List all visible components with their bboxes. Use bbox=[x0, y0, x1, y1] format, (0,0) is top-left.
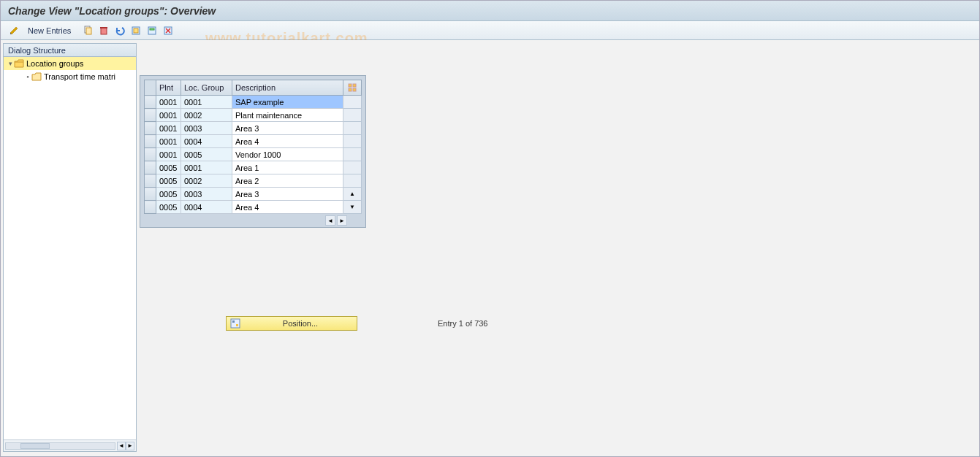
toggle-edit-icon[interactable] bbox=[7, 23, 21, 38]
table-settings-icon[interactable] bbox=[346, 82, 358, 93]
dialog-structure-panel: Dialog Structure ▾ Location groups ● Tra… bbox=[3, 43, 137, 452]
row-selector[interactable] bbox=[145, 109, 156, 122]
cell-plnt[interactable]: 0001 bbox=[156, 96, 181, 109]
scroll-gutter bbox=[343, 109, 362, 122]
scroll-up-icon[interactable]: ▲ bbox=[343, 188, 362, 201]
column-header-plnt[interactable]: Plnt bbox=[156, 80, 181, 96]
cell-description[interactable]: Vendor 1000 bbox=[232, 148, 343, 161]
row-selector[interactable] bbox=[145, 122, 156, 135]
cell-plnt[interactable]: 0001 bbox=[156, 135, 181, 148]
deselect-all-icon[interactable] bbox=[161, 23, 175, 38]
cell-locgroup[interactable]: 0002 bbox=[181, 174, 232, 188]
row-selector[interactable] bbox=[145, 188, 156, 201]
scroll-left-icon[interactable]: ◄ bbox=[117, 442, 126, 450]
cell-locgroup[interactable]: 0003 bbox=[181, 122, 232, 135]
table-row[interactable]: 0005 0003 Area 3 ▲ bbox=[145, 188, 362, 201]
cell-locgroup[interactable]: 0001 bbox=[181, 96, 232, 109]
tree: ▾ Location groups ● Transport time matri bbox=[4, 57, 136, 439]
table-row[interactable]: 0005 0001 Area 1 bbox=[145, 161, 362, 174]
cell-plnt[interactable]: 0005 bbox=[156, 161, 181, 174]
table-config-header[interactable] bbox=[343, 80, 362, 96]
undo-icon[interactable] bbox=[113, 23, 127, 38]
svg-rect-2 bbox=[101, 28, 107, 34]
svg-rect-17 bbox=[236, 324, 238, 326]
row-selector[interactable] bbox=[145, 174, 156, 188]
scroll-down-icon[interactable]: ▼ bbox=[343, 201, 362, 214]
row-selector[interactable] bbox=[145, 201, 156, 214]
tree-item-transport-time-matrix[interactable]: ● Transport time matri bbox=[4, 70, 136, 83]
position-label: Position... bbox=[244, 319, 357, 328]
table-row[interactable]: 0001 0001 SAP example bbox=[145, 96, 362, 109]
cell-locgroup[interactable]: 0004 bbox=[181, 135, 232, 148]
scroll-left-icon[interactable]: ◄ bbox=[325, 215, 335, 226]
cell-locgroup[interactable]: 0005 bbox=[181, 148, 232, 161]
svg-rect-16 bbox=[232, 320, 235, 323]
table-body: 0001 0001 SAP example 0001 0002 Plant ma… bbox=[145, 96, 362, 214]
column-header-description[interactable]: Description bbox=[232, 80, 343, 96]
sidebar-horizontal-scrollbar[interactable]: ◄ ► bbox=[4, 439, 136, 451]
cell-description[interactable]: SAP example bbox=[232, 96, 343, 109]
scroll-gutter bbox=[343, 135, 362, 148]
svg-rect-14 bbox=[353, 88, 356, 91]
table-row[interactable]: 0001 0002 Plant maintenance bbox=[145, 109, 362, 122]
scroll-right-icon[interactable]: ► bbox=[337, 215, 347, 226]
window-title: Change View "Location groups": Overview bbox=[1, 1, 979, 21]
cell-plnt[interactable]: 0001 bbox=[156, 109, 181, 122]
table-row[interactable]: 0001 0005 Vendor 1000 bbox=[145, 148, 362, 161]
table-row[interactable]: 0005 0004 Area 4 ▼ bbox=[145, 201, 362, 214]
cell-plnt[interactable]: 0005 bbox=[156, 201, 181, 214]
bullet-icon: ● bbox=[24, 74, 31, 79]
grid: Plnt Loc. Group Description 0001 bbox=[144, 80, 362, 214]
cell-description[interactable]: Area 3 bbox=[232, 188, 343, 201]
row-selector[interactable] bbox=[145, 161, 156, 174]
svg-rect-12 bbox=[353, 84, 356, 87]
select-block-icon[interactable] bbox=[145, 23, 159, 38]
delete-icon[interactable] bbox=[96, 23, 111, 38]
scroll-track[interactable] bbox=[5, 442, 115, 450]
copy-icon[interactable] bbox=[80, 23, 95, 38]
table-row[interactable]: 0001 0004 Area 4 bbox=[145, 135, 362, 148]
table-horizontal-scrollbar[interactable]: ◄ ► bbox=[144, 214, 362, 227]
cell-description[interactable]: Area 3 bbox=[232, 122, 343, 135]
toolbar: New Entries bbox=[1, 21, 979, 40]
cell-description[interactable]: Area 4 bbox=[232, 201, 343, 214]
scroll-thumb[interactable] bbox=[20, 443, 50, 449]
scroll-gutter bbox=[343, 161, 362, 174]
position-icon bbox=[229, 318, 241, 329]
cell-description[interactable]: Area 2 bbox=[232, 174, 343, 188]
cell-locgroup[interactable]: 0004 bbox=[181, 201, 232, 214]
new-entries-button[interactable]: New Entries bbox=[23, 23, 76, 38]
position-button[interactable]: Position... bbox=[226, 316, 357, 331]
table-row[interactable]: 0005 0002 Area 2 bbox=[145, 174, 362, 188]
cell-description[interactable]: Area 4 bbox=[232, 135, 343, 148]
svg-rect-11 bbox=[349, 84, 352, 87]
table-row[interactable]: 0001 0003 Area 3 bbox=[145, 122, 362, 135]
row-selector-header[interactable] bbox=[145, 80, 156, 96]
svg-rect-5 bbox=[134, 28, 138, 33]
tree-item-label: Location groups bbox=[26, 59, 83, 68]
footer-controls: Position... Entry 1 of 736 bbox=[226, 316, 488, 331]
row-selector[interactable] bbox=[145, 148, 156, 161]
row-selector[interactable] bbox=[145, 135, 156, 148]
tree-item-location-groups[interactable]: ▾ Location groups bbox=[4, 57, 136, 70]
cell-description[interactable]: Area 1 bbox=[232, 161, 343, 174]
cell-description[interactable]: Plant maintenance bbox=[232, 109, 343, 122]
scroll-gutter bbox=[343, 96, 362, 109]
scroll-gutter bbox=[343, 174, 362, 188]
cell-plnt[interactable]: 0001 bbox=[156, 122, 181, 135]
select-all-icon[interactable] bbox=[129, 23, 143, 38]
cell-locgroup[interactable]: 0001 bbox=[181, 161, 232, 174]
cell-locgroup[interactable]: 0002 bbox=[181, 109, 232, 122]
row-selector[interactable] bbox=[145, 96, 156, 109]
main-area: Plnt Loc. Group Description 0001 bbox=[137, 40, 979, 456]
location-groups-table: Plnt Loc. Group Description 0001 bbox=[140, 75, 366, 228]
collapse-icon[interactable]: ▾ bbox=[7, 60, 14, 67]
column-header-locgroup[interactable]: Loc. Group bbox=[181, 80, 232, 96]
cell-plnt[interactable]: 0001 bbox=[156, 148, 181, 161]
scroll-right-icon[interactable]: ► bbox=[126, 442, 134, 450]
cell-plnt[interactable]: 0005 bbox=[156, 188, 181, 201]
content-area: Dialog Structure ▾ Location groups ● Tra… bbox=[1, 40, 979, 456]
cell-locgroup[interactable]: 0003 bbox=[181, 188, 232, 201]
cell-plnt[interactable]: 0005 bbox=[156, 174, 181, 188]
tree-item-label: Transport time matri bbox=[44, 72, 115, 81]
